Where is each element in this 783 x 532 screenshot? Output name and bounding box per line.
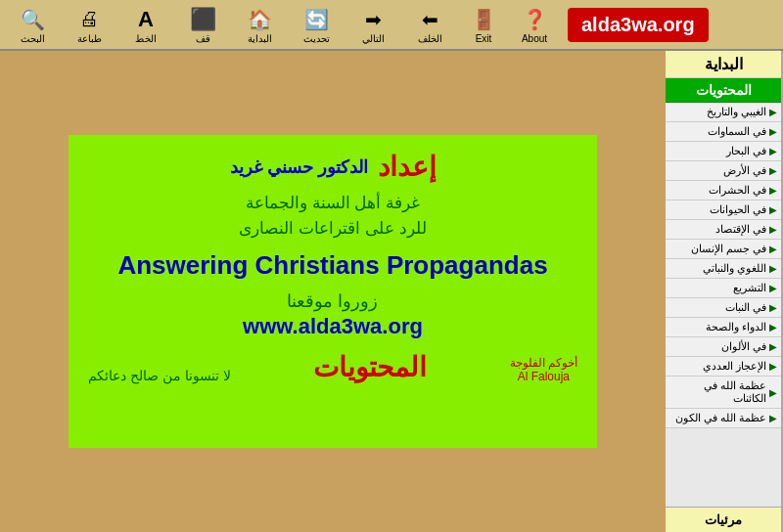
sidebar-item-label-0: الغيبي والتاريخ (707, 106, 766, 118)
card-contents-label: المحتويات (313, 351, 427, 383)
main-area: البداية المحتويات ▶ الغيبي والتاريخ ▶ في… (0, 51, 783, 532)
stop-label: قف (196, 33, 210, 44)
sidebar-item-label-2: في البحار (726, 145, 766, 157)
green-card: إعداد الدكتور حسني غريد غرفة أهل السنة و… (69, 135, 597, 448)
refresh-label: تحديث (303, 33, 330, 44)
sidebar-arrow-11: ▶ (769, 322, 777, 332)
sidebar-arrow-2: ▶ (769, 146, 777, 156)
sidebar-item-13[interactable]: ▶ الإعجاز العددي (666, 357, 781, 377)
sidebar-arrow-13: ▶ (769, 361, 777, 372)
card-subtitle-line1: غرفة أهل السنة والجماعة (246, 194, 420, 212)
font-icon: A (131, 6, 161, 33)
card-bottom-row: أخوكم الفلوجة Al Falouja المحتويات لا تن… (88, 351, 577, 383)
sidebar-item-15[interactable]: ▶ عظمة الله في الكون (666, 409, 781, 428)
card-falouja-block: أخوكم الفلوجة Al Falouja (510, 356, 577, 383)
about-label: About (522, 33, 547, 44)
card-no-forget: لا تنسونا من صالح دعائكم (88, 368, 231, 383)
font-label: الخط (135, 33, 157, 44)
sidebar-arrow-6: ▶ (769, 224, 777, 235)
next-icon: ➡ (358, 6, 388, 33)
sidebar-arrow-9: ▶ (769, 283, 777, 293)
print-label: طباعة (77, 33, 102, 44)
search-icon: 🔍 (18, 6, 47, 33)
card-visit-label: زوروا موقعنا (88, 290, 577, 312)
next-button[interactable]: ➡ التالي (345, 1, 401, 48)
card-main-text: Answering Christians Propagandas (88, 250, 577, 281)
sidebar-item-3[interactable]: ▶ في الأرض (666, 161, 781, 181)
sidebar-arrow-3: ▶ (769, 165, 777, 176)
sidebar-item-0[interactable]: ▶ الغيبي والتاريخ (666, 103, 781, 122)
sidebar-arrow-8: ▶ (769, 263, 777, 274)
sidebar-item-8[interactable]: ▶ اللغوي والنباتي (666, 259, 781, 279)
sidebar-item-5[interactable]: ▶ في الحيوانات (666, 200, 781, 220)
content-area: إعداد الدكتور حسني غريد غرفة أهل السنة و… (0, 51, 666, 532)
sidebar-item-label-3: في الأرض (723, 164, 766, 177)
sidebar-item-11[interactable]: ▶ الدواء والصحة (666, 318, 781, 337)
sidebar-item-label-10: في النبات (725, 301, 766, 314)
sidebar-item-14[interactable]: ▶ عظمة الله في الكائنات (666, 377, 781, 409)
sidebar: البداية المحتويات ▶ الغيبي والتاريخ ▶ في… (666, 51, 783, 532)
sidebar-item-label-15: عظمة الله في الكون (675, 412, 766, 424)
sidebar-item-label-7: في جسم الإنسان (691, 243, 766, 255)
card-falouja-line1: أخوكم الفلوجة (510, 356, 577, 370)
back-icon: ⬅ (415, 6, 444, 33)
stop-button[interactable]: ⬛ قف (174, 1, 231, 48)
sidebar-arrow-7: ▶ (769, 244, 777, 254)
about-button[interactable]: ❓ About (509, 1, 560, 48)
sidebar-item-label-9: التشريع (733, 282, 766, 294)
sidebar-item-label-14: عظمة الله في الكائنات (669, 379, 766, 405)
search-label: البحث (21, 33, 45, 44)
card-header: إعداد الدكتور حسني غريد (88, 151, 577, 183)
sidebar-arrow-10: ▶ (769, 302, 777, 313)
sidebar-arrow-4: ▶ (769, 185, 777, 196)
stop-icon: ⬛ (188, 6, 217, 33)
sidebar-item-7[interactable]: ▶ في جسم الإنسان (666, 240, 781, 259)
brand-logo: alda3wa.org (568, 8, 709, 42)
sidebar-section-label: المحتويات (666, 78, 781, 103)
sidebar-item-label-12: في الألوان (721, 340, 766, 353)
next-label: التالي (362, 33, 385, 44)
print-button[interactable]: 🖨 طباعة (61, 1, 117, 48)
exit-button[interactable]: 🚪 Exit (458, 1, 509, 48)
sidebar-item-label-4: في الحشرات (709, 184, 766, 197)
sidebar-item-label-6: في الإقتصاد (715, 223, 766, 236)
sidebar-arrow-15: ▶ (769, 413, 777, 423)
sidebar-arrow-12: ▶ (769, 341, 777, 352)
sidebar-item-label-5: في الحيوانات (710, 203, 766, 216)
search-button[interactable]: 🔍 البحث (4, 1, 61, 48)
refresh-icon: 🔄 (301, 6, 331, 33)
sidebar-item-label-11: الدواء والصحة (706, 321, 766, 333)
sidebar-item-9[interactable]: ▶ التشريع (666, 279, 781, 298)
card-author-name: الدكتور حسني غريد (230, 156, 368, 178)
sidebar-arrow-0: ▶ (769, 107, 777, 117)
exit-icon: 🚪 (469, 6, 498, 33)
exit-label: Exit (476, 33, 492, 44)
sidebar-item-6[interactable]: ▶ في الإقتصاد (666, 220, 781, 240)
sidebar-item-1[interactable]: ▶ في السماوات (666, 122, 781, 142)
back-button[interactable]: ⬅ الخلف (401, 1, 458, 48)
sidebar-item-12[interactable]: ▶ في الألوان (666, 337, 781, 357)
sidebar-item-label-8: اللغوي والنباتي (703, 262, 766, 275)
card-url: www.alda3wa.org (88, 314, 577, 339)
toolbar: alda3wa.org ❓ About 🚪 Exit ⬅ الخلف ➡ الت… (0, 0, 783, 51)
about-icon: ❓ (520, 6, 549, 33)
back-label: الخلف (418, 33, 442, 44)
sidebar-title: البداية (666, 51, 781, 78)
home-label: البداية (248, 33, 272, 44)
card-falouja-line2: Al Falouja (510, 370, 577, 383)
card-subtitle: غرفة أهل السنة والجماعة للرد على اقتراعا… (88, 191, 577, 241)
card-subtitle-line2: للرد على اقتراعات النصارى (239, 219, 426, 238)
sidebar-item-2[interactable]: ▶ في البحار (666, 142, 781, 161)
sidebar-arrow-5: ▶ (769, 204, 777, 215)
sidebar-arrow-14: ▶ (769, 387, 777, 398)
print-icon: 🖨 (74, 6, 104, 33)
refresh-button[interactable]: 🔄 تحديث (288, 1, 345, 48)
home-button[interactable]: 🏠 البداية (231, 1, 288, 48)
font-button[interactable]: A الخط (117, 1, 174, 48)
sidebar-item-10[interactable]: ▶ في النبات (666, 298, 781, 318)
sidebar-footer[interactable]: مرئيات (666, 507, 781, 532)
card-title: إعداد (378, 151, 437, 183)
sidebar-item-label-13: الإعجاز العددي (703, 360, 766, 373)
sidebar-arrow-1: ▶ (769, 126, 777, 137)
sidebar-item-4[interactable]: ▶ في الحشرات (666, 181, 781, 200)
